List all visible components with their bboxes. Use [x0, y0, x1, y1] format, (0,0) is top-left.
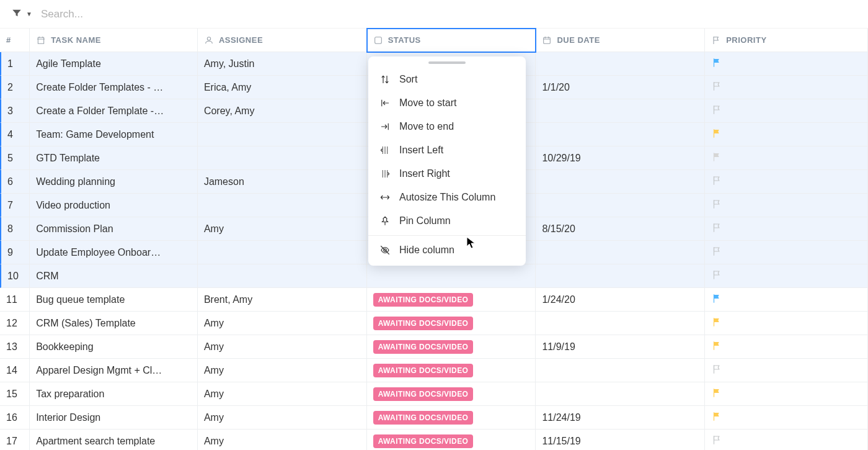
task-cell[interactable]: Create a Folder Template -…	[30, 99, 198, 123]
menu-item-pin[interactable]: Pin Column	[368, 209, 526, 233]
task-cell[interactable]: Bookkeeping	[30, 335, 198, 359]
task-cell[interactable]: Apartment search template	[30, 430, 198, 450]
due-cell[interactable]	[536, 52, 705, 76]
assignee-cell[interactable]: Brent, Amy	[198, 288, 367, 312]
task-cell[interactable]: Commission Plan	[30, 217, 198, 241]
table-row[interactable]: 10 CRM	[0, 264, 868, 288]
table-row[interactable]: 12 CRM (Sales) Template Amy AWAITING DOC…	[0, 312, 868, 335]
priority-cell[interactable]	[705, 76, 868, 99]
assignee-cell[interactable]: Jameson	[198, 170, 367, 194]
assignee-cell[interactable]	[198, 194, 367, 217]
assignee-cell[interactable]	[198, 123, 367, 146]
filter-icon[interactable]	[11, 7, 22, 20]
assignee-cell[interactable]: Amy	[198, 406, 367, 430]
status-cell[interactable]: AWAITING DOCS/VIDEO	[367, 335, 536, 359]
task-cell[interactable]: Wedding planning	[30, 170, 198, 194]
column-header-task[interactable]: TASK NAME	[30, 29, 198, 52]
task-cell[interactable]: CRM (Sales) Template	[30, 312, 198, 335]
task-cell[interactable]: Video production	[30, 194, 198, 217]
due-cell[interactable]	[536, 194, 705, 217]
assignee-cell[interactable]: Erica, Amy	[198, 76, 367, 99]
status-cell[interactable]: AWAITING DOCS/VIDEO	[367, 430, 536, 450]
priority-cell[interactable]	[705, 52, 868, 76]
task-cell[interactable]: Apparel Design Mgmt + Cl…	[30, 359, 198, 382]
due-cell[interactable]	[536, 264, 705, 288]
due-cell[interactable]	[536, 170, 705, 194]
table-row[interactable]: 16 Interior Design Amy AWAITING DOCS/VID…	[0, 406, 868, 430]
priority-cell[interactable]	[705, 99, 868, 123]
task-cell[interactable]: Agile Template	[30, 52, 198, 76]
column-header-status[interactable]: STATUS	[367, 29, 536, 52]
due-cell[interactable]: 1/24/20	[536, 288, 705, 312]
task-cell[interactable]: Team: Game Development	[30, 123, 198, 146]
column-header-due[interactable]: DUE DATE	[536, 29, 705, 52]
priority-cell[interactable]	[705, 123, 868, 146]
status-cell[interactable]: AWAITING DOCS/VIDEO	[367, 288, 536, 312]
menu-item-autosize[interactable]: Autosize This Column	[368, 186, 526, 209]
due-cell[interactable]	[536, 241, 705, 264]
assignee-cell[interactable]: Amy	[198, 335, 367, 359]
priority-cell[interactable]	[705, 194, 868, 217]
menu-item-move-end[interactable]: Move to end	[368, 115, 526, 138]
status-cell[interactable]	[367, 264, 536, 288]
priority-cell[interactable]	[705, 359, 868, 382]
priority-cell[interactable]	[705, 217, 868, 241]
menu-item-sort[interactable]: Sort	[368, 68, 526, 91]
column-header-number[interactable]: #	[0, 29, 30, 52]
task-cell[interactable]: CRM	[30, 264, 198, 288]
task-cell[interactable]: Tax preparation	[30, 382, 198, 406]
drag-handle[interactable]	[428, 61, 466, 64]
assignee-cell[interactable]: Amy	[198, 430, 367, 450]
column-header-priority[interactable]: PRIORITY	[705, 29, 868, 52]
due-cell[interactable]: 10/29/19	[536, 146, 705, 170]
priority-cell[interactable]	[705, 406, 868, 430]
due-cell[interactable]: 11/9/19	[536, 335, 705, 359]
due-cell[interactable]	[536, 312, 705, 335]
search-input[interactable]	[41, 8, 289, 20]
due-cell[interactable]: 8/15/20	[536, 217, 705, 241]
priority-cell[interactable]	[705, 170, 868, 194]
priority-cell[interactable]	[705, 382, 868, 406]
table-row[interactable]: 11 Bug queue template Brent, Amy AWAITIN…	[0, 288, 868, 312]
menu-item-move-start[interactable]: Move to start	[368, 91, 526, 115]
assignee-cell[interactable]	[198, 241, 367, 264]
menu-item-insert-left[interactable]: Insert Left	[368, 138, 526, 162]
assignee-cell[interactable]: Amy, Justin	[198, 52, 367, 76]
due-cell[interactable]	[536, 123, 705, 146]
chevron-down-icon[interactable]: ▼	[26, 11, 32, 17]
due-cell[interactable]: 1/1/20	[536, 76, 705, 99]
table-row[interactable]: 15 Tax preparation Amy AWAITING DOCS/VID…	[0, 382, 868, 406]
assignee-cell[interactable]	[198, 146, 367, 170]
menu-item-insert-right[interactable]: Insert Right	[368, 162, 526, 186]
priority-cell[interactable]	[705, 312, 868, 335]
priority-cell[interactable]	[705, 288, 868, 312]
task-cell[interactable]: Create Folder Templates - …	[30, 76, 198, 99]
column-header-assignee[interactable]: ASSIGNEE	[198, 29, 367, 52]
priority-cell[interactable]	[705, 146, 868, 170]
priority-cell[interactable]	[705, 335, 868, 359]
task-cell[interactable]: GTD Template	[30, 146, 198, 170]
priority-cell[interactable]	[705, 264, 868, 288]
due-cell[interactable]: 11/24/19	[536, 406, 705, 430]
priority-cell[interactable]	[705, 241, 868, 264]
assignee-cell[interactable]: Amy	[198, 382, 367, 406]
status-cell[interactable]: AWAITING DOCS/VIDEO	[367, 382, 536, 406]
priority-cell[interactable]	[705, 430, 868, 450]
status-cell[interactable]: AWAITING DOCS/VIDEO	[367, 312, 536, 335]
task-cell[interactable]: Bug queue template	[30, 288, 198, 312]
assignee-cell[interactable]: Amy	[198, 359, 367, 382]
due-cell[interactable]: 11/15/19	[536, 430, 705, 450]
assignee-cell[interactable]	[198, 264, 367, 288]
table-row[interactable]: 13 Bookkeeping Amy AWAITING DOCS/VIDEO 1…	[0, 335, 868, 359]
assignee-cell[interactable]: Corey, Amy	[198, 99, 367, 123]
due-cell[interactable]	[536, 99, 705, 123]
due-cell[interactable]	[536, 359, 705, 382]
table-row[interactable]: 17 Apartment search template Amy AWAITIN…	[0, 430, 868, 450]
assignee-cell[interactable]: Amy	[198, 312, 367, 335]
menu-item-hide-column[interactable]: Hide column	[368, 238, 526, 262]
task-cell[interactable]: Interior Design	[30, 406, 198, 430]
status-cell[interactable]: AWAITING DOCS/VIDEO	[367, 406, 536, 430]
status-cell[interactable]: AWAITING DOCS/VIDEO	[367, 359, 536, 382]
table-row[interactable]: 14 Apparel Design Mgmt + Cl… Amy AWAITIN…	[0, 359, 868, 382]
due-cell[interactable]	[536, 382, 705, 406]
